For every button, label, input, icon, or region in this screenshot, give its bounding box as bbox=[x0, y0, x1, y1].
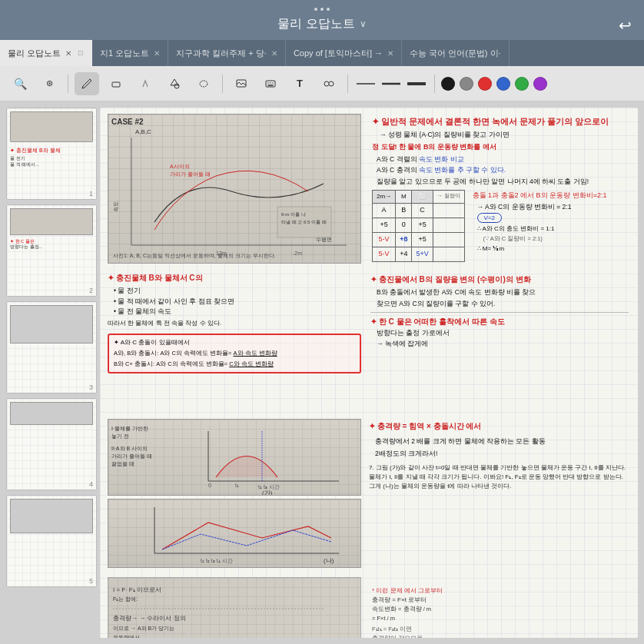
color-black[interactable] bbox=[441, 77, 455, 91]
color-purple[interactable] bbox=[533, 77, 547, 91]
tab-close-icon[interactable]: ✕ bbox=[65, 49, 71, 58]
tab-earth-science[interactable]: 지구과학 킬러주제 + 당· ✕ bbox=[168, 40, 286, 66]
page-number: 4 bbox=[89, 480, 93, 488]
tab-bar: 물리 오답노트 ✕ ⊡ 지1 오답노트 ✕ 지구과학 킬러주제 + 당· ✕ C… bbox=[0, 40, 644, 66]
line-thin-button[interactable] bbox=[354, 76, 377, 91]
eraser-icon bbox=[110, 78, 122, 90]
eraser-button[interactable] bbox=[104, 72, 128, 95]
right-annotations: ✦ 일반적 문제에서 결론적 한면 녹에서 문제가 풀기의 앞으로이 → 성령 … bbox=[369, 114, 630, 267]
shape-button[interactable] bbox=[162, 72, 187, 95]
pen-button[interactable] bbox=[75, 72, 99, 95]
tab-close-icon[interactable]: ✕ bbox=[387, 49, 393, 58]
svg-point-1 bbox=[174, 84, 179, 88]
svg-point-10 bbox=[329, 81, 334, 86]
page-thumb-2[interactable]: ✦ 한 C 물은 방향다는 출정... 2 bbox=[6, 204, 97, 297]
link-icon bbox=[323, 78, 335, 90]
toolbar-separator-2 bbox=[222, 75, 223, 93]
svg-text:F₁는 함에:: F₁는 함에: bbox=[113, 596, 138, 603]
page-thumb-4[interactable]: 4 bbox=[6, 398, 97, 490]
color-red[interactable] bbox=[478, 77, 492, 91]
page-thumb-3[interactable]: 3 bbox=[6, 301, 97, 393]
svg-text:끝없을 때: 끝없을 때 bbox=[111, 461, 134, 466]
svg-text:운동량에서: 운동량에서 bbox=[113, 635, 140, 638]
title-bar: 물리 오답노트 ∨ ↩ bbox=[0, 0, 644, 40]
svg-text:A,B,C: A,B,C bbox=[135, 128, 151, 135]
svg-text:0: 0 bbox=[208, 483, 211, 488]
app-title: 물리 오답노트 ∨ bbox=[277, 16, 366, 32]
toolbar: 🔍 ⊛ bbox=[0, 66, 644, 101]
keyboard-icon bbox=[264, 78, 277, 90]
bottom-photos: I·물체를 가반한 놓기 전 II·A와 B 사이의 가리가 줄어들 때 끝없을… bbox=[108, 419, 361, 573]
thin-line-icon bbox=[355, 80, 377, 88]
tab-close-icon[interactable]: ✕ bbox=[154, 49, 160, 58]
line-thick-button[interactable] bbox=[405, 76, 428, 91]
lasso-button[interactable] bbox=[191, 72, 216, 95]
color-blue[interactable] bbox=[496, 77, 510, 91]
velocity-table: 2m→M⬜→ 질량이 ABC +50+5 5-V+8+5 5-V+45+V bbox=[372, 190, 465, 262]
bottom-right-notes: * 이런 문제 에서 그로부터 충격량 = F×t 로부터 속도변화 = 충격량… bbox=[366, 577, 630, 638]
title-chevron-icon[interactable]: ∨ bbox=[360, 18, 367, 29]
page-thumb-1[interactable]: ✦ 충진물체 B와 물체 물 전기 물 적 때에서... 1 bbox=[6, 108, 97, 200]
svg-text:타낼 때 고 6.5 이를 때: 타낼 때 고 6.5 이를 때 bbox=[281, 220, 327, 224]
svg-text:II·A와 B 사이의: II·A와 B 사이의 bbox=[111, 446, 148, 451]
tab-edit-icon[interactable]: ⊡ bbox=[78, 49, 84, 57]
svg-text:t₂  t₃  시간: t₂ t₃ 시간 bbox=[258, 484, 280, 490]
svg-text:이므로 → A와 B가 당기는: 이므로 → A와 B가 당기는 bbox=[113, 626, 174, 631]
tab-korean-language[interactable]: 수능 국어 언어(문법) 이· bbox=[402, 40, 510, 66]
svg-text:t₁: t₁ bbox=[235, 483, 239, 488]
svg-text:* 이런 문제 에서 그로부터: * 이런 문제 에서 그로부터 bbox=[372, 587, 443, 594]
page-thumb-5[interactable]: 5 bbox=[6, 495, 97, 587]
note-page: CASE #2 A,B,C 수평면 속도 12m bbox=[100, 108, 638, 638]
tab-close-icon[interactable]: ✕ bbox=[271, 49, 277, 58]
image-button[interactable] bbox=[229, 72, 254, 95]
tab-label: 물리 오답노트 bbox=[8, 48, 61, 59]
color-gray[interactable] bbox=[460, 77, 473, 91]
middle-right-section: ✦ 충진물에서 B의 질량을 변의 (수평이)의 변화 B와 충돌에서 발생한 … bbox=[369, 272, 630, 414]
tab-physics-notes[interactable]: 물리 오답노트 ✕ ⊡ bbox=[0, 40, 92, 66]
text-button[interactable]: T bbox=[287, 72, 312, 95]
svg-text:충격량→ → 수라이서 정의: 충격량→ → 수라이서 정의 bbox=[113, 615, 186, 622]
title-text: 물리 오답노트 bbox=[277, 16, 354, 32]
window-dots bbox=[314, 8, 330, 11]
link-button[interactable] bbox=[317, 72, 341, 95]
page-sidebar: ✦ 충진물체 B와 물체 물 전기 물 적 때에서... 1 ✦ 한 C 물은 … bbox=[6, 108, 97, 638]
shape-icon bbox=[168, 78, 181, 90]
toolbar-separator-1 bbox=[68, 75, 68, 93]
keyboard-button[interactable] bbox=[258, 72, 283, 95]
image-icon bbox=[235, 78, 247, 90]
color-green[interactable] bbox=[515, 77, 529, 91]
pen-icon bbox=[81, 78, 93, 90]
lasso-icon bbox=[198, 78, 210, 90]
svg-point-9 bbox=[324, 81, 329, 86]
medium-line-icon bbox=[380, 80, 402, 88]
bottom-image-row: I = F· F₁ 이므로서 F₁는 함에: 충격량→ → 수라이서 정의 이므… bbox=[108, 577, 630, 638]
tab-label: Copy of [토익마스터] → bbox=[294, 48, 383, 59]
line-medium-button[interactable] bbox=[380, 76, 403, 91]
highlighter-button[interactable] bbox=[133, 72, 158, 95]
bluetooth-button[interactable]: ⊛ bbox=[37, 72, 61, 95]
back-button[interactable]: ↩ bbox=[619, 16, 632, 35]
case-diagram: A,B,C 수평면 속도 12m -2m A사이의 가리가 줄어들 때 6-m … bbox=[108, 115, 360, 263]
tab-copy-toeic[interactable]: Copy of [토익마스터] → ✕ bbox=[286, 40, 402, 66]
svg-text:A사이의: A사이의 bbox=[170, 164, 190, 169]
page-number: 1 bbox=[89, 190, 93, 198]
svg-rect-0 bbox=[112, 82, 120, 87]
svg-text:I·물체를 가반한: I·물체를 가반한 bbox=[111, 426, 148, 431]
svg-point-2 bbox=[200, 81, 207, 87]
zoom-search-button[interactable]: 🔍 bbox=[8, 72, 32, 95]
svg-text:놓기 전: 놓기 전 bbox=[111, 433, 129, 440]
svg-text:-2m: -2m bbox=[293, 251, 302, 256]
svg-text:6-m 이를 나: 6-m 이를 나 bbox=[281, 212, 306, 217]
red-highlight-box: ✦ A와 C 충돌이 있을때에서 A와, B와 충돌시: A와 C의 속력에도 … bbox=[108, 334, 361, 374]
svg-text:가리가 줄어들 때: 가리가 줄어들 때 bbox=[111, 453, 152, 459]
line-style-group bbox=[354, 76, 428, 91]
svg-text:t₁ t₂  t₃ t₄  시간: t₁ t₂ t₃ t₄ 시간 bbox=[201, 558, 233, 563]
tab-geo-notes[interactable]: 지1 오답노트 ✕ bbox=[92, 40, 168, 66]
svg-text:= F×t / m: = F×t / m bbox=[372, 615, 395, 622]
middle-left-section: ✦ 충진물체 B와 물체서 C의 • 물 전기 • 물 적 때에서 같이 사인 … bbox=[108, 272, 361, 414]
toolbar-separator-3 bbox=[347, 75, 348, 93]
svg-text:충격량이 같으므로: 충격량이 같으므로 bbox=[372, 635, 423, 638]
svg-text:I = F·  F₁ 이므로서: I = F· F₁ 이므로서 bbox=[113, 586, 161, 593]
svg-text:(나): (나) bbox=[324, 557, 334, 564]
note-content-area: CASE #2 A,B,C 수평면 속도 12m bbox=[100, 108, 638, 638]
